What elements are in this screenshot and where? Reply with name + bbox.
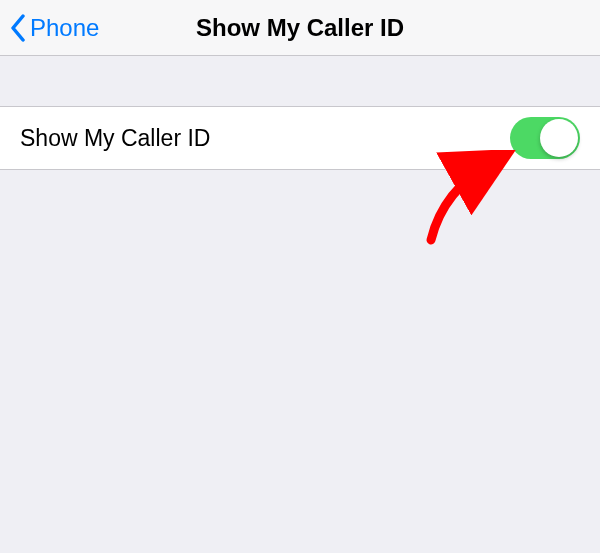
navigation-bar: Phone Show My Caller ID	[0, 0, 600, 56]
caller-id-row: Show My Caller ID	[0, 106, 600, 170]
caller-id-label: Show My Caller ID	[20, 125, 210, 152]
content-area: Show My Caller ID	[0, 56, 600, 170]
back-button-label: Phone	[30, 14, 99, 42]
caller-id-toggle[interactable]	[510, 117, 580, 159]
chevron-left-icon	[10, 14, 26, 42]
toggle-knob	[540, 119, 578, 157]
back-button[interactable]: Phone	[0, 0, 99, 55]
